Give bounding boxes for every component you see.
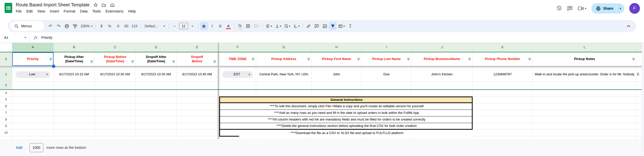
filter-icon[interactable] — [407, 58, 410, 61]
row-number-6[interactable]: 6 — [0, 103, 12, 110]
row-number-10[interactable]: 10 — [0, 130, 12, 136]
column-header-B[interactable]: B — [54, 43, 95, 52]
add-rows-button[interactable]: Add — [16, 146, 22, 150]
cell-K1-pickup-phone-header[interactable]: Pickup Phone Number — [473, 52, 533, 66]
cell-K8[interactable] — [473, 116, 533, 123]
menu-data[interactable]: Data — [78, 8, 90, 14]
create-filter-button[interactable] — [329, 22, 337, 30]
meet-camera-control[interactable]: ▾ — [578, 6, 586, 11]
cell-D3[interactable] — [136, 82, 177, 89]
strikethrough-button[interactable]: S — [216, 22, 224, 30]
cell-B2-pickup-after[interactable]: 8/17/2023 10:15 AM — [54, 67, 95, 82]
zoom-control[interactable]: 100% ▾ — [79, 22, 94, 30]
column-header-G[interactable]: G — [256, 43, 312, 52]
paint-format-button[interactable] — [71, 22, 79, 30]
cell-D4[interactable] — [136, 90, 177, 97]
cell-K6[interactable] — [473, 103, 533, 110]
filter-icon[interactable] — [307, 58, 310, 61]
cell-K2-pickup-phone[interactable]: 1234846767 — [473, 67, 533, 82]
cell-L3[interactable] — [533, 82, 637, 89]
row-number-2[interactable]: 2 — [0, 67, 12, 82]
document-title[interactable]: Route Based Import Sheet Template — [16, 2, 90, 8]
cell-F11[interactable] — [219, 136, 256, 139]
cell-L1-pickup-notes-header[interactable]: Pickup Notes — [533, 52, 637, 66]
cell-C7[interactable] — [95, 110, 136, 116]
select-all-corner[interactable] — [0, 43, 12, 52]
cell-M9[interactable] — [637, 123, 642, 130]
insert-chart-button[interactable] — [321, 22, 328, 30]
share-button[interactable]: Share ▾ — [591, 3, 624, 14]
version-history-icon[interactable] — [556, 6, 562, 11]
cell-B1-pickup-after-header[interactable]: Pickup After (Date/Time) — [54, 52, 95, 66]
menu-extensions[interactable]: Extensions — [103, 8, 126, 14]
cell-G11[interactable] — [256, 136, 312, 139]
decrease-font-size-button[interactable]: − — [171, 22, 179, 30]
cell-A1-priority-header[interactable]: Priority — [12, 52, 54, 66]
cell-C5[interactable] — [95, 97, 136, 103]
menu-edit[interactable]: Edit — [24, 8, 35, 14]
cell-J2-pickup-business[interactable]: John's Kitchen — [412, 67, 473, 82]
instruction-line-cell[interactable]: ****Add as many rows as you need and fil… — [219, 110, 473, 116]
cell-L5[interactable] — [533, 97, 637, 103]
instruction-line-cell[interactable]: ****Download the file as a CSV or XLSX f… — [219, 130, 473, 136]
increase-font-size-button[interactable]: + — [189, 22, 196, 30]
column-header-D[interactable]: D — [136, 43, 177, 52]
cell-G1-pickup-address-header[interactable]: Pickup Address — [256, 52, 312, 66]
cell-B5[interactable] — [54, 97, 95, 103]
cell-A4[interactable] — [12, 90, 54, 97]
cell-B10[interactable] — [54, 130, 95, 136]
cell-G3[interactable] — [256, 82, 312, 89]
cell-I3[interactable] — [362, 82, 412, 89]
cell-M3[interactable] — [637, 82, 642, 89]
filter-icon[interactable] — [528, 58, 531, 61]
decrease-decimal-button[interactable]: .0 — [114, 22, 121, 30]
cell-A6[interactable] — [12, 103, 54, 110]
format-percent-button[interactable]: % — [106, 22, 113, 30]
selection-fill-handle[interactable] — [52, 65, 55, 68]
cell-M5[interactable] — [637, 97, 642, 103]
move-to-folder-icon[interactable] — [102, 3, 106, 7]
cell-L7[interactable] — [533, 110, 637, 116]
cell-F1-time-zone-header[interactable]: TIME ZONE — [219, 52, 256, 66]
cell-E3[interactable] — [177, 82, 218, 89]
text-color-button[interactable]: A — [225, 22, 232, 30]
filter-icon[interactable] — [172, 61, 175, 64]
cell-C11[interactable] — [95, 136, 136, 139]
star-icon[interactable] — [93, 3, 98, 7]
menu-insert[interactable]: Insert — [48, 8, 61, 14]
filter-icon[interactable] — [357, 58, 360, 61]
name-box[interactable]: A1 ▾ — [4, 35, 26, 40]
cell-A11[interactable] — [12, 136, 54, 139]
insert-link-button[interactable] — [305, 22, 312, 30]
filter-icon[interactable] — [213, 61, 216, 64]
menu-file[interactable]: File — [14, 8, 24, 14]
cell-A7[interactable] — [12, 110, 54, 116]
cell-L2-pickup-notes[interactable]: Walk-in and locate the pick-up area/coun… — [533, 67, 637, 82]
cell-L10[interactable] — [533, 130, 637, 136]
cell-L9[interactable] — [533, 123, 637, 130]
column-header-E[interactable]: E — [177, 43, 218, 52]
fill-color-button[interactable] — [236, 22, 244, 30]
cell-B8[interactable] — [54, 116, 95, 123]
cell-C8[interactable] — [95, 116, 136, 123]
cell-F3[interactable] — [219, 82, 256, 89]
menu-format[interactable]: Format — [62, 8, 77, 14]
merge-cells-button[interactable]: ▾ — [252, 22, 261, 30]
cell-I2-pickup-last-name[interactable]: Doe — [362, 67, 412, 82]
cell-J1-pickup-business-header[interactable]: Pickup Business/Name — [412, 52, 473, 66]
cell-B4[interactable] — [54, 90, 95, 97]
cell-M1-clipped[interactable] — [637, 52, 642, 66]
cell-K3[interactable] — [473, 82, 533, 89]
cell-C6[interactable] — [95, 103, 136, 110]
collapse-toolbar-button[interactable] — [625, 22, 632, 30]
formula-input[interactable]: Priority — [41, 35, 52, 40]
row-number-8[interactable]: 8 — [0, 116, 12, 123]
text-wrap-button[interactable]: ▾ — [283, 22, 292, 30]
cloud-saved-icon[interactable] — [110, 3, 115, 7]
cell-B9[interactable] — [54, 123, 95, 130]
cell-D2-dropoff-after[interactable]: 8/17/2023 10:30 AM — [136, 67, 177, 82]
cell-E2-dropoff-before[interactable]: 8/17/2023 10:45 AM — [177, 67, 218, 82]
vertical-scrollbar[interactable] — [642, 43, 644, 156]
cell-K9[interactable] — [473, 123, 533, 130]
cell-D5[interactable] — [136, 97, 177, 103]
